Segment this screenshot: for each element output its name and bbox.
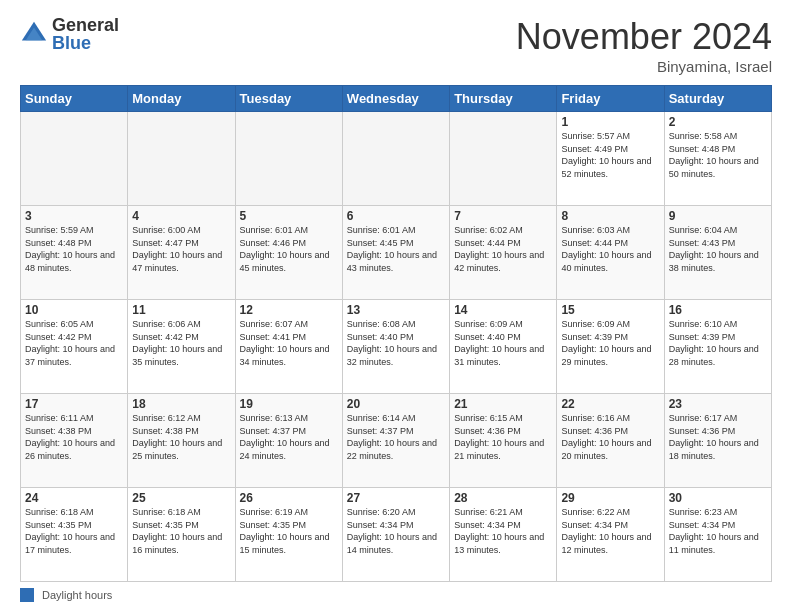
day-number: 22 <box>561 397 659 411</box>
day-info: Sunrise: 6:23 AMSunset: 4:34 PMDaylight:… <box>669 507 759 555</box>
logo-text: General Blue <box>52 16 119 52</box>
day-number: 15 <box>561 303 659 317</box>
day-info: Sunrise: 6:09 AMSunset: 4:40 PMDaylight:… <box>454 319 544 367</box>
day-info: Sunrise: 6:05 AMSunset: 4:42 PMDaylight:… <box>25 319 115 367</box>
day-number: 21 <box>454 397 552 411</box>
day-info: Sunrise: 5:59 AMSunset: 4:48 PMDaylight:… <box>25 225 115 273</box>
table-row: 3Sunrise: 5:59 AMSunset: 4:48 PMDaylight… <box>21 206 128 300</box>
calendar-row-1: 1Sunrise: 5:57 AMSunset: 4:49 PMDaylight… <box>21 112 772 206</box>
table-row: 27Sunrise: 6:20 AMSunset: 4:34 PMDayligh… <box>342 488 449 582</box>
table-row: 1Sunrise: 5:57 AMSunset: 4:49 PMDaylight… <box>557 112 664 206</box>
table-row: 11Sunrise: 6:06 AMSunset: 4:42 PMDayligh… <box>128 300 235 394</box>
day-info: Sunrise: 6:01 AMSunset: 4:45 PMDaylight:… <box>347 225 437 273</box>
day-info: Sunrise: 6:19 AMSunset: 4:35 PMDaylight:… <box>240 507 330 555</box>
table-row: 21Sunrise: 6:15 AMSunset: 4:36 PMDayligh… <box>450 394 557 488</box>
header: General Blue November 2024 Binyamina, Is… <box>20 16 772 75</box>
calendar-table: Sunday Monday Tuesday Wednesday Thursday… <box>20 85 772 582</box>
table-row: 29Sunrise: 6:22 AMSunset: 4:34 PMDayligh… <box>557 488 664 582</box>
header-monday: Monday <box>128 86 235 112</box>
day-info: Sunrise: 6:06 AMSunset: 4:42 PMDaylight:… <box>132 319 222 367</box>
table-row: 7Sunrise: 6:02 AMSunset: 4:44 PMDaylight… <box>450 206 557 300</box>
weekday-header-row: Sunday Monday Tuesday Wednesday Thursday… <box>21 86 772 112</box>
table-row <box>128 112 235 206</box>
day-number: 29 <box>561 491 659 505</box>
table-row: 30Sunrise: 6:23 AMSunset: 4:34 PMDayligh… <box>664 488 771 582</box>
day-number: 6 <box>347 209 445 223</box>
table-row <box>235 112 342 206</box>
header-wednesday: Wednesday <box>342 86 449 112</box>
day-number: 30 <box>669 491 767 505</box>
day-info: Sunrise: 6:03 AMSunset: 4:44 PMDaylight:… <box>561 225 651 273</box>
table-row: 10Sunrise: 6:05 AMSunset: 4:42 PMDayligh… <box>21 300 128 394</box>
table-row: 14Sunrise: 6:09 AMSunset: 4:40 PMDayligh… <box>450 300 557 394</box>
day-number: 3 <box>25 209 123 223</box>
title-block: November 2024 Binyamina, Israel <box>516 16 772 75</box>
table-row: 23Sunrise: 6:17 AMSunset: 4:36 PMDayligh… <box>664 394 771 488</box>
day-info: Sunrise: 6:16 AMSunset: 4:36 PMDaylight:… <box>561 413 651 461</box>
day-number: 28 <box>454 491 552 505</box>
table-row: 15Sunrise: 6:09 AMSunset: 4:39 PMDayligh… <box>557 300 664 394</box>
day-number: 25 <box>132 491 230 505</box>
day-info: Sunrise: 6:09 AMSunset: 4:39 PMDaylight:… <box>561 319 651 367</box>
day-number: 11 <box>132 303 230 317</box>
day-number: 27 <box>347 491 445 505</box>
day-info: Sunrise: 6:11 AMSunset: 4:38 PMDaylight:… <box>25 413 115 461</box>
table-row <box>342 112 449 206</box>
table-row: 13Sunrise: 6:08 AMSunset: 4:40 PMDayligh… <box>342 300 449 394</box>
table-row: 20Sunrise: 6:14 AMSunset: 4:37 PMDayligh… <box>342 394 449 488</box>
table-row: 18Sunrise: 6:12 AMSunset: 4:38 PMDayligh… <box>128 394 235 488</box>
footer: Daylight hours <box>20 588 772 602</box>
header-saturday: Saturday <box>664 86 771 112</box>
day-number: 23 <box>669 397 767 411</box>
day-number: 24 <box>25 491 123 505</box>
header-friday: Friday <box>557 86 664 112</box>
day-info: Sunrise: 6:13 AMSunset: 4:37 PMDaylight:… <box>240 413 330 461</box>
day-info: Sunrise: 6:20 AMSunset: 4:34 PMDaylight:… <box>347 507 437 555</box>
day-number: 10 <box>25 303 123 317</box>
calendar-row-3: 10Sunrise: 6:05 AMSunset: 4:42 PMDayligh… <box>21 300 772 394</box>
day-info: Sunrise: 6:08 AMSunset: 4:40 PMDaylight:… <box>347 319 437 367</box>
legend-box <box>20 588 34 602</box>
day-info: Sunrise: 6:00 AMSunset: 4:47 PMDaylight:… <box>132 225 222 273</box>
table-row: 16Sunrise: 6:10 AMSunset: 4:39 PMDayligh… <box>664 300 771 394</box>
calendar-row-5: 24Sunrise: 6:18 AMSunset: 4:35 PMDayligh… <box>21 488 772 582</box>
table-row <box>450 112 557 206</box>
day-number: 4 <box>132 209 230 223</box>
day-number: 13 <box>347 303 445 317</box>
table-row: 25Sunrise: 6:18 AMSunset: 4:35 PMDayligh… <box>128 488 235 582</box>
day-number: 26 <box>240 491 338 505</box>
header-thursday: Thursday <box>450 86 557 112</box>
location: Binyamina, Israel <box>516 58 772 75</box>
table-row: 26Sunrise: 6:19 AMSunset: 4:35 PMDayligh… <box>235 488 342 582</box>
table-row: 2Sunrise: 5:58 AMSunset: 4:48 PMDaylight… <box>664 112 771 206</box>
day-number: 14 <box>454 303 552 317</box>
day-info: Sunrise: 6:18 AMSunset: 4:35 PMDaylight:… <box>25 507 115 555</box>
calendar-row-4: 17Sunrise: 6:11 AMSunset: 4:38 PMDayligh… <box>21 394 772 488</box>
day-number: 12 <box>240 303 338 317</box>
table-row: 6Sunrise: 6:01 AMSunset: 4:45 PMDaylight… <box>342 206 449 300</box>
day-info: Sunrise: 5:58 AMSunset: 4:48 PMDaylight:… <box>669 131 759 179</box>
day-number: 8 <box>561 209 659 223</box>
day-number: 16 <box>669 303 767 317</box>
day-info: Sunrise: 6:12 AMSunset: 4:38 PMDaylight:… <box>132 413 222 461</box>
day-info: Sunrise: 6:21 AMSunset: 4:34 PMDaylight:… <box>454 507 544 555</box>
table-row: 9Sunrise: 6:04 AMSunset: 4:43 PMDaylight… <box>664 206 771 300</box>
day-info: Sunrise: 6:18 AMSunset: 4:35 PMDaylight:… <box>132 507 222 555</box>
table-row: 8Sunrise: 6:03 AMSunset: 4:44 PMDaylight… <box>557 206 664 300</box>
day-number: 7 <box>454 209 552 223</box>
table-row: 12Sunrise: 6:07 AMSunset: 4:41 PMDayligh… <box>235 300 342 394</box>
header-tuesday: Tuesday <box>235 86 342 112</box>
page: General Blue November 2024 Binyamina, Is… <box>0 0 792 612</box>
day-number: 19 <box>240 397 338 411</box>
header-sunday: Sunday <box>21 86 128 112</box>
day-info: Sunrise: 6:17 AMSunset: 4:36 PMDaylight:… <box>669 413 759 461</box>
table-row: 17Sunrise: 6:11 AMSunset: 4:38 PMDayligh… <box>21 394 128 488</box>
logo: General Blue <box>20 16 119 52</box>
table-row: 19Sunrise: 6:13 AMSunset: 4:37 PMDayligh… <box>235 394 342 488</box>
day-info: Sunrise: 6:02 AMSunset: 4:44 PMDaylight:… <box>454 225 544 273</box>
table-row: 22Sunrise: 6:16 AMSunset: 4:36 PMDayligh… <box>557 394 664 488</box>
day-info: Sunrise: 6:14 AMSunset: 4:37 PMDaylight:… <box>347 413 437 461</box>
day-info: Sunrise: 6:07 AMSunset: 4:41 PMDaylight:… <box>240 319 330 367</box>
table-row: 28Sunrise: 6:21 AMSunset: 4:34 PMDayligh… <box>450 488 557 582</box>
table-row: 4Sunrise: 6:00 AMSunset: 4:47 PMDaylight… <box>128 206 235 300</box>
